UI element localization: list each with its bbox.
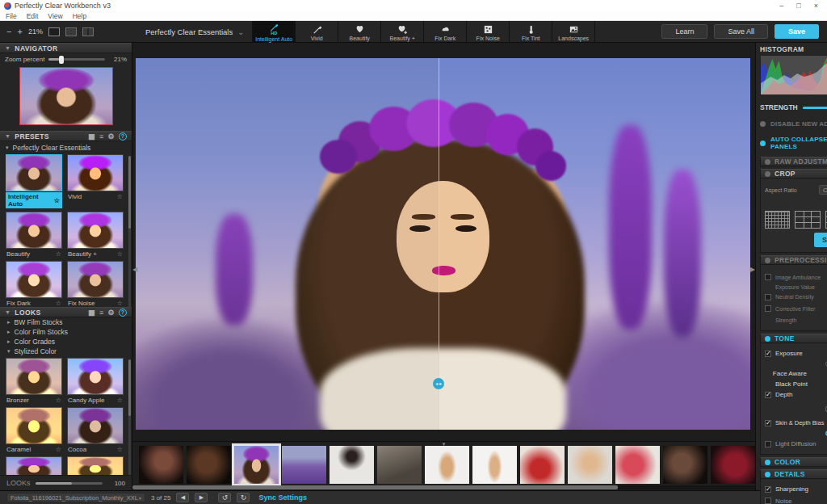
looks-group-stylized-color[interactable]: ▾Stylized Color xyxy=(0,346,132,356)
filmstrip-thumb-selected[interactable] xyxy=(234,446,279,484)
filmstrip-thumb[interactable] xyxy=(330,446,374,484)
looks-group-color-grades[interactable]: ▸Color Grades xyxy=(0,337,132,346)
star-icon[interactable]: ☆ xyxy=(117,446,123,453)
gear-icon[interactable]: ⚙ xyxy=(108,309,115,317)
looks-strength-slider[interactable] xyxy=(36,482,103,485)
looks-header[interactable]: ▼ LOOKS ▦ ≡ ⚙ ? xyxy=(0,307,132,317)
menu-file[interactable]: File xyxy=(6,12,17,20)
maximize-icon[interactable]: □ xyxy=(796,2,800,10)
look-thumb-partial[interactable] xyxy=(67,456,124,475)
sync-settings-button[interactable]: Sync Settings xyxy=(258,494,307,502)
menu-view[interactable]: View xyxy=(48,12,62,20)
look-item-candy-apple[interactable]: Candy Apple☆ xyxy=(67,358,124,404)
view-side-by-side-button[interactable] xyxy=(82,27,94,36)
filmstrip-thumb[interactable] xyxy=(711,446,755,484)
toolbar-preset-beautify[interactable]: Beautify xyxy=(338,21,381,42)
rotate-right-button[interactable]: ↻ xyxy=(237,493,250,502)
auto-collapse-toggle[interactable]: AUTO COLLAPSE ADJUSTMENT PANELS xyxy=(760,136,827,150)
navigator-header[interactable]: ▼ NAVIGATOR xyxy=(0,43,132,53)
star-icon[interactable]: ☆ xyxy=(117,300,123,307)
depth-checkbox[interactable] xyxy=(765,392,771,398)
filmstrip-thumb[interactable] xyxy=(615,446,660,484)
filmstrip-thumb[interactable] xyxy=(139,446,183,484)
looks-group-bw-film[interactable]: ▸BW Film Stocks xyxy=(0,317,132,327)
star-icon[interactable]: ☆ xyxy=(56,446,61,453)
grid-thirds-button[interactable] xyxy=(795,211,820,229)
toolbar-preset-intelligent-auto[interactable]: HD Intelligent Auto xyxy=(253,21,296,42)
disable-new-adjustments-toggle[interactable]: DISABLE NEW ADJUSTMENTS xyxy=(760,120,827,128)
skin-depth-bias-checkbox[interactable] xyxy=(765,420,771,426)
filmstrip-thumb[interactable] xyxy=(568,446,612,484)
grid-view-icon[interactable]: ▦ xyxy=(88,309,95,317)
view-split-button[interactable] xyxy=(65,27,77,36)
exposure-checkbox[interactable] xyxy=(765,351,771,357)
filmstrip-thumb[interactable] xyxy=(282,446,326,484)
strength-slider[interactable] xyxy=(803,107,827,109)
looks-scrollbar[interactable] xyxy=(128,359,131,475)
grid-fine-button[interactable] xyxy=(765,211,790,229)
menu-edit[interactable]: Edit xyxy=(27,12,39,20)
preset-group-row[interactable]: ▾ Perfectly Clear Essentials xyxy=(0,141,132,154)
collapse-right-panel-icon[interactable]: ▶ xyxy=(750,266,755,273)
crop-header[interactable]: CROP ?▼ xyxy=(760,169,827,178)
presets-scrollbar[interactable] xyxy=(128,156,131,307)
star-icon[interactable]: ☆ xyxy=(56,300,61,307)
star-icon[interactable]: ☆ xyxy=(117,193,123,200)
list-view-icon[interactable]: ≡ xyxy=(99,309,104,317)
sharpening-checkbox[interactable] xyxy=(765,486,771,493)
preprocessing-header[interactable]: PREPROCESSING ?▼ xyxy=(760,255,827,265)
raw-adjustments-header[interactable]: RAW ADJUSTMENTS ?⚙◀ xyxy=(760,157,827,166)
star-icon[interactable]: ☆ xyxy=(56,250,61,258)
previous-image-button[interactable]: ◀ xyxy=(176,493,189,502)
zoom-in-button[interactable]: + xyxy=(17,27,22,36)
learn-button[interactable]: Learn xyxy=(661,24,707,39)
filmstrip-collapse-icon[interactable]: ▼ xyxy=(442,442,447,447)
view-single-button[interactable] xyxy=(48,27,60,36)
preset-item-beautify-plus[interactable]: Beautify +☆ xyxy=(67,212,124,258)
filmstrip-thumb[interactable] xyxy=(187,446,231,484)
image-ambulance-checkbox[interactable] xyxy=(765,274,771,280)
next-image-button[interactable]: ▶ xyxy=(195,493,208,502)
help-icon[interactable]: ? xyxy=(119,132,127,141)
star-icon[interactable]: ☆ xyxy=(56,397,61,404)
look-item-caramel[interactable]: Caramel☆ xyxy=(6,407,62,453)
presets-header[interactable]: ▼ PRESETS ▦ ≡ ⚙ ? xyxy=(0,131,132,141)
toolbar-preset-fix-noise[interactable]: Fix Noise xyxy=(467,21,510,42)
star-icon[interactable]: ☆ xyxy=(54,197,60,204)
minimize-icon[interactable]: – xyxy=(779,2,783,10)
look-item-cocoa[interactable]: Cocoa☆ xyxy=(67,407,124,453)
neutral-density-checkbox[interactable] xyxy=(765,294,771,300)
toolbar-preset-fix-dark[interactable]: Fix Dark xyxy=(424,21,467,42)
preset-item-intelligent-auto[interactable]: Intelligent Auto☆ xyxy=(6,154,62,208)
save-button[interactable]: Save xyxy=(775,24,819,39)
zoom-out-button[interactable]: − xyxy=(6,27,11,36)
tone-header[interactable]: TONE ?▼ xyxy=(760,334,827,343)
filmstrip-scrollbar[interactable] xyxy=(132,485,755,489)
toolbar-preset-vivid[interactable]: Vivid xyxy=(296,21,338,42)
save-all-button[interactable]: Save All xyxy=(714,24,768,39)
corrective-filter-checkbox[interactable] xyxy=(765,305,771,312)
aspect-ratio-dropdown[interactable]: Original▾ xyxy=(819,185,827,195)
close-icon[interactable]: × xyxy=(814,2,818,10)
preset-item-fix-noise[interactable]: Fix Noise☆ xyxy=(67,261,124,307)
split-divider[interactable] xyxy=(439,58,439,430)
list-view-icon[interactable]: ≡ xyxy=(99,132,104,141)
filmstrip-thumb[interactable] xyxy=(472,446,517,484)
split-handle[interactable]: ◄► xyxy=(433,378,444,389)
color-header[interactable]: COLOR ?◀ xyxy=(760,457,827,467)
preset-item-fix-dark[interactable]: Fix Dark☆ xyxy=(6,261,62,307)
filmstrip-thumb[interactable] xyxy=(520,446,565,484)
rotate-left-button[interactable]: ↺ xyxy=(218,493,231,502)
grid-view-icon[interactable]: ▦ xyxy=(88,132,95,141)
collapse-left-panel-icon[interactable]: ◀ xyxy=(132,266,137,273)
gear-icon[interactable]: ⚙ xyxy=(108,132,115,141)
filmstrip-thumb[interactable] xyxy=(377,446,422,484)
star-icon[interactable]: ☆ xyxy=(117,397,123,404)
filmstrip-thumb[interactable] xyxy=(663,446,707,484)
toolbar-preset-beautify-plus[interactable]: Beautify + xyxy=(381,21,424,42)
preset-item-beautify[interactable]: Beautify☆ xyxy=(6,212,62,258)
star-icon[interactable]: ☆ xyxy=(117,250,123,258)
menu-help[interactable]: Help xyxy=(73,12,86,20)
look-thumb-partial[interactable] xyxy=(6,456,62,475)
details-header[interactable]: DETAILS ?▼ xyxy=(760,469,827,479)
